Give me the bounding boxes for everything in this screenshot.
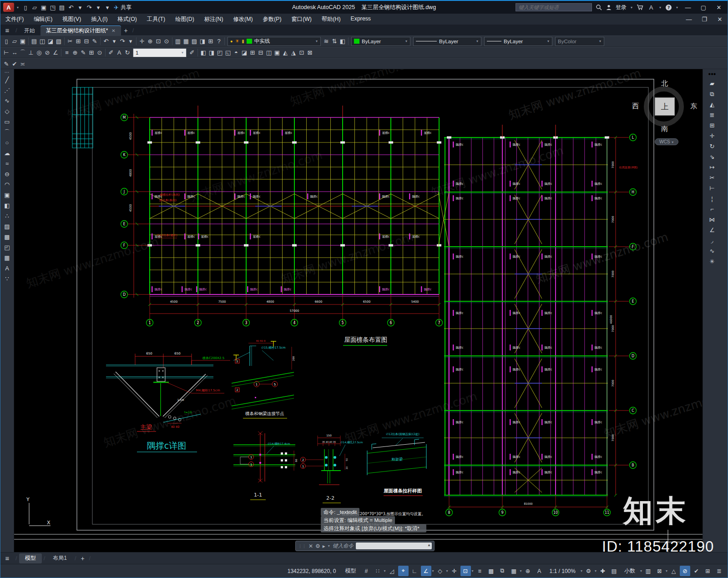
dim-baseline-icon[interactable]: ≡ bbox=[63, 48, 71, 57]
menu-item-5[interactable]: 工具(T) bbox=[142, 15, 170, 23]
rotate-icon[interactable]: ↻ bbox=[707, 141, 718, 152]
redo-icon[interactable]: ↷ bbox=[85, 3, 93, 12]
polar-tracking-caret-icon[interactable]: ▾ bbox=[432, 569, 435, 573]
dim-style-manager-icon[interactable]: ✐ bbox=[188, 48, 196, 57]
array-icon[interactable]: ⊞ bbox=[707, 120, 718, 131]
lineweight-combo[interactable]: ByLayer ▾ bbox=[484, 37, 552, 46]
attribute-edit-icon[interactable]: ◫ bbox=[265, 48, 273, 57]
layer-lock-icon[interactable]: ▮ bbox=[242, 39, 244, 44]
markup-assist-icon[interactable]: ✔ bbox=[10, 59, 19, 68]
color-combo[interactable]: ByLayer ▾ bbox=[351, 37, 410, 46]
dim-linear-icon[interactable]: ⊢ bbox=[2, 48, 10, 57]
dynamic-input-icon[interactable]: ⌖ bbox=[398, 566, 409, 576]
share-button[interactable]: ✈ 共享 bbox=[114, 4, 131, 11]
polyline-icon[interactable]: ∿ bbox=[2, 96, 13, 106]
tab-layout1[interactable]: 布局1 bbox=[47, 553, 73, 563]
snap-mode-caret-icon[interactable]: ▾ bbox=[383, 569, 386, 573]
command-line-dock[interactable]: ⋮⋮ ✕ ⚙ ▸ ▾ 键入命令 ▲ bbox=[295, 541, 435, 551]
sheet-set-manager-icon[interactable]: ◨ bbox=[198, 37, 207, 46]
dim-update-icon[interactable]: ↻ bbox=[123, 48, 131, 57]
xref-attach-icon[interactable]: ◓ bbox=[232, 48, 240, 57]
workspace-switching-caret-icon[interactable]: ▾ bbox=[594, 569, 597, 573]
menu-item-10[interactable]: 窗口(W) bbox=[287, 15, 317, 23]
apps-caret-icon[interactable]: ▾ bbox=[659, 5, 662, 10]
command-expand-icon[interactable]: ▲ bbox=[427, 543, 431, 547]
designcenter-icon[interactable]: ▦ bbox=[182, 37, 190, 46]
viewcube-west[interactable]: 西 bbox=[632, 102, 639, 111]
dim-continue-icon[interactable]: ⊕ bbox=[71, 48, 79, 57]
point-icon[interactable]: ∴ bbox=[2, 211, 13, 221]
menu-item-9[interactable]: 参数(P) bbox=[258, 15, 287, 23]
save-as-icon[interactable]: ◳ bbox=[49, 3, 57, 12]
region-icon[interactable]: ◰ bbox=[2, 242, 13, 253]
lock-ui-caret-icon[interactable]: ▾ bbox=[665, 569, 668, 573]
base-point-icon[interactable]: ◰ bbox=[216, 48, 224, 57]
explode-icon[interactable]: ✳ bbox=[707, 256, 718, 267]
quick-calc-icon[interactable]: ⊞ bbox=[207, 37, 215, 46]
image-attach-icon[interactable]: ◪ bbox=[240, 48, 248, 57]
command-input[interactable]: ▲ bbox=[356, 543, 432, 549]
dim-arc-length-icon[interactable]: ⌒ bbox=[19, 48, 27, 57]
break-icon[interactable]: ⌐ bbox=[707, 204, 718, 214]
cut-icon[interactable]: ✂ bbox=[66, 37, 74, 46]
open-file-icon[interactable]: ▱ bbox=[30, 3, 39, 12]
ortho-mode-icon[interactable]: ∟ bbox=[410, 566, 420, 576]
selection-cycling-icon[interactable]: ⧉ bbox=[497, 566, 508, 576]
snap-mode-icon[interactable]: ∷ bbox=[372, 566, 383, 576]
layer-freeze-icon[interactable]: ☀ bbox=[235, 38, 239, 44]
zoom-window-icon[interactable]: ⊡ bbox=[154, 37, 162, 46]
dim-text-edit-icon[interactable]: A bbox=[115, 48, 123, 57]
command-close-icon[interactable]: ✕ bbox=[308, 543, 313, 549]
isolate-objects-icon[interactable]: △ bbox=[668, 566, 679, 576]
polar-tracking-icon[interactable]: ∠ bbox=[421, 566, 431, 576]
drawing-canvas[interactable]: 屋檩c屋檩c屋檩c屋檩c屋檩c屋檩c屋檩c隅撑c隅撑c隅撑c隅撑c隅撑c隅撑c隅… bbox=[14, 69, 703, 552]
dim-aligned-icon[interactable]: ↔ bbox=[10, 48, 19, 57]
viewcube[interactable]: 上 北 南 西 东 bbox=[638, 80, 691, 139]
menu-item-7[interactable]: 标注(N) bbox=[199, 15, 228, 23]
paste-clip-icon[interactable]: ⊟ bbox=[82, 37, 91, 46]
menu-item-1[interactable]: 编辑(E) bbox=[29, 15, 57, 23]
rectangle-icon[interactable]: ▭ bbox=[2, 117, 13, 127]
layer-combo-caret-icon[interactable]: ▾ bbox=[315, 39, 318, 43]
block-editor-icon[interactable]: ▣ bbox=[273, 48, 281, 57]
open-icon[interactable]: ▱ bbox=[10, 37, 19, 46]
layer-color-swatch[interactable] bbox=[247, 39, 252, 44]
object-snap-icon[interactable]: ⊡ bbox=[460, 566, 471, 576]
add-layout-button[interactable]: + bbox=[78, 553, 88, 563]
help-caret-icon[interactable]: ▾ bbox=[676, 5, 678, 10]
app-menu-caret-icon[interactable]: ▾ bbox=[16, 5, 19, 10]
offset-icon[interactable]: ≣ bbox=[707, 110, 718, 120]
circle-icon[interactable]: ○ bbox=[2, 137, 13, 148]
menu-item-2[interactable]: 视图(V) bbox=[57, 15, 86, 23]
redo-caret-icon[interactable]: ▾ bbox=[94, 3, 102, 12]
hatch-icon[interactable]: ▨ bbox=[2, 221, 13, 232]
tool-palettes-icon[interactable]: ▨ bbox=[190, 37, 198, 46]
layer-isolate-icon[interactable]: ⇅ bbox=[330, 37, 339, 46]
recent-commands-icon[interactable]: ▸ bbox=[323, 543, 325, 549]
close-button[interactable]: ✕ bbox=[713, 2, 725, 12]
dim-edit-icon[interactable]: ✐ bbox=[107, 48, 115, 57]
transparency-icon[interactable]: ▩ bbox=[486, 566, 496, 576]
line-icon[interactable]: ╱ bbox=[2, 75, 13, 85]
object-snap-caret-icon[interactable]: ▾ bbox=[471, 569, 474, 573]
doc-minimize-button[interactable]: — bbox=[683, 14, 695, 24]
workspace-switching-icon[interactable]: ⚙ bbox=[583, 566, 594, 576]
pan-icon[interactable]: ✛ bbox=[138, 37, 146, 46]
break-at-point-icon[interactable]: ¦ bbox=[707, 193, 718, 204]
viewcube-north[interactable]: 北 bbox=[661, 79, 668, 88]
status-menu-icon[interactable]: ≣ bbox=[714, 566, 724, 576]
annotation-scale-button[interactable]: 1:1 / 100% bbox=[545, 568, 580, 574]
edit-reference-icon[interactable]: ⊟ bbox=[257, 48, 265, 57]
layer-unisolate-icon[interactable]: ◧ bbox=[339, 37, 347, 46]
construction-line-icon[interactable]: ⋰ bbox=[2, 85, 13, 96]
blend-curves-icon[interactable]: ∿ bbox=[707, 246, 718, 256]
isometric-drafting-icon[interactable]: ◇ bbox=[435, 566, 445, 576]
layer-combo[interactable]: ● ☀ ▮ 中实线 ▾ bbox=[228, 37, 321, 46]
plotstyle-caret-icon[interactable]: ▾ bbox=[599, 39, 602, 43]
plot-preview-icon[interactable]: ◫ bbox=[38, 37, 46, 46]
copy-clip-icon[interactable]: ⊞ bbox=[74, 37, 82, 46]
isometric-drafting-caret-icon[interactable]: ▾ bbox=[446, 569, 449, 573]
multiline-text-icon[interactable]: A bbox=[2, 263, 13, 274]
polygon-icon[interactable]: ◇ bbox=[2, 106, 13, 117]
toolbar-grip[interactable]: ••• bbox=[5, 70, 9, 75]
